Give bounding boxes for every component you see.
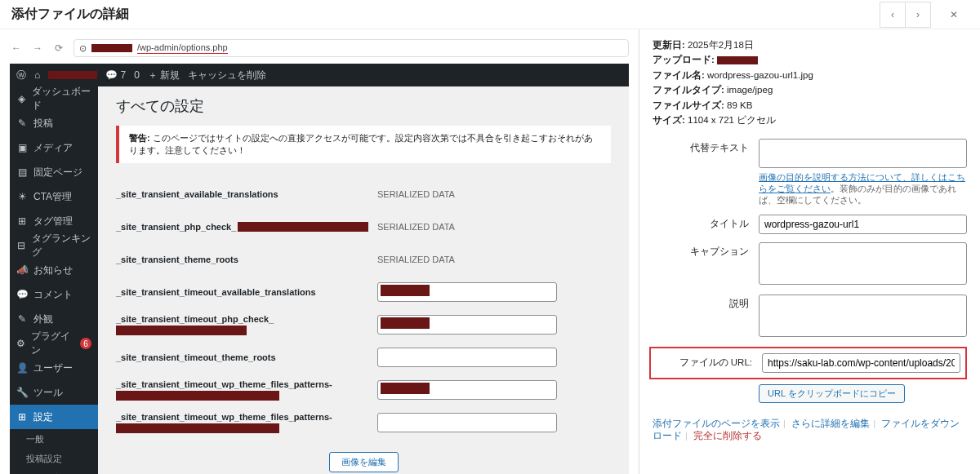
- sidebar-item-comments[interactable]: 💬コメント: [10, 282, 98, 307]
- attachment-actions: 添付ファイルのページを表示| さらに詳細を編集| ファイルをダウンロード| 完全…: [653, 418, 967, 442]
- sidebar-item-dashboard[interactable]: ◈ダッシュボード: [10, 86, 98, 111]
- site-info-icon: ⊙: [79, 43, 87, 54]
- wp-main: すべての設定 警告: このページではサイトの設定への直接アクセスが可能です。設定…: [98, 86, 629, 474]
- prev-button[interactable]: ‹: [880, 2, 906, 28]
- dashboard-icon: ◈: [16, 93, 26, 104]
- file-url-input[interactable]: [762, 353, 960, 373]
- option-row: _site_transient_timeout_php_check_: [116, 308, 611, 341]
- serialized-text: SERIALIZED DATA: [377, 255, 455, 264]
- option-label: _site_transient_timeout_wp_theme_files_p…: [116, 412, 377, 433]
- meta-block: 更新日: 2025年2月18日 アップロード: ファイル名: wordpress…: [653, 38, 967, 127]
- wp-sidebar: ◈ダッシュボード ✎投稿 ▣メディア ▤固定ページ ☀CTA管理 ⊞タグ管理 ⊟…: [10, 86, 98, 474]
- option-row: _site_transient_available_translationsSE…: [116, 178, 611, 210]
- sidebar-item-news[interactable]: 📣お知らせ: [10, 258, 98, 282]
- url-label: ファイルの URL:: [656, 353, 762, 373]
- wrench-icon: 🔧: [16, 387, 28, 398]
- option-label: _site_transient_theme_roots: [116, 255, 377, 264]
- attachment-details: 更新日: 2025年2月18日 アップロード: ファイル名: wordpress…: [639, 29, 980, 474]
- settings-icon: ⊞: [16, 411, 28, 423]
- sidebar-item-cta[interactable]: ☀CTA管理: [10, 184, 98, 209]
- serialized-text: SERIALIZED DATA: [377, 189, 455, 199]
- wp-logo-icon[interactable]: ⓦ: [16, 69, 26, 82]
- pin-icon: ✎: [16, 117, 28, 129]
- desc-label: 説明: [653, 295, 759, 339]
- sidebar-item-appearance[interactable]: ✎外観: [10, 307, 98, 331]
- update-badge: 6: [80, 338, 91, 349]
- media-icon: ▣: [16, 142, 28, 153]
- option-label: _site_transient_timeout_theme_roots: [116, 352, 377, 362]
- option-label: _site_transient_timeout_php_check_: [116, 314, 377, 335]
- serialized-text: SERIALIZED DATA: [377, 222, 455, 232]
- sidebar-item-pages[interactable]: ▤固定ページ: [10, 160, 98, 184]
- back-icon[interactable]: ←: [10, 42, 23, 54]
- rank-icon: ⊟: [16, 240, 26, 251]
- option-label: _site_transient_available_translations: [116, 189, 377, 199]
- comment-icon: 💬: [16, 289, 28, 300]
- redacted-uploader: [717, 56, 758, 64]
- modal-nav: ‹ › ✕: [880, 2, 970, 28]
- delete-link[interactable]: 完全に削除する: [693, 431, 762, 441]
- close-button[interactable]: ✕: [938, 2, 970, 28]
- caption-label: キャプション: [653, 242, 759, 286]
- page-icon: ▤: [16, 166, 28, 178]
- bulb-icon: ☀: [16, 191, 28, 202]
- sidebar-item-media[interactable]: ▣メディア: [10, 135, 98, 160]
- alt-hint: 画像の目的を説明する方法について、詳しくはこちらをご覧ください。装飾のみが目的の…: [759, 172, 967, 206]
- attachment-preview: ← → ⟳ ⊙ /wp-admin/options.php ⓦ ⌂ 💬 7 0 …: [0, 29, 639, 474]
- sidebar-item-tags[interactable]: ⊞タグ管理: [10, 209, 98, 233]
- alt-label: 代替テキスト: [653, 139, 759, 206]
- option-label: _site_transient_timeout_available_transl…: [116, 287, 377, 297]
- caption-textarea[interactable]: [759, 242, 967, 285]
- home-icon[interactable]: ⌂: [34, 69, 40, 81]
- sub-writing[interactable]: 投稿設定: [10, 449, 98, 468]
- tag-icon: ⊞: [16, 215, 28, 227]
- alt-textarea[interactable]: [759, 139, 967, 168]
- sidebar-item-tools[interactable]: 🔧ツール: [10, 380, 98, 405]
- copy-url-button[interactable]: URL をクリップボードにコピー: [759, 384, 905, 403]
- option-label: _site_transient_php_check_: [116, 222, 377, 232]
- sub-reading[interactable]: 表示設定: [10, 468, 98, 474]
- next-button[interactable]: ›: [905, 2, 931, 28]
- wp-admin-bar: ⓦ ⌂ 💬 7 0 ＋ 新規 キャッシュを削除: [10, 64, 629, 86]
- sidebar-item-users[interactable]: 👤ユーザー: [10, 356, 98, 380]
- megaphone-icon: 📣: [16, 264, 28, 276]
- option-input[interactable]: [377, 413, 557, 432]
- url-box[interactable]: ⊙ /wp-admin/options.php: [74, 39, 629, 57]
- edit-more-link[interactable]: さらに詳細を編集: [791, 419, 870, 428]
- view-page-link[interactable]: 添付ファイルのページを表示: [653, 419, 780, 428]
- title-label: タイトル: [653, 215, 759, 234]
- option-row: _site_transient_theme_rootsSERIALIZED DA…: [116, 243, 611, 276]
- redacted-host: [91, 44, 132, 52]
- edit-image-button[interactable]: 画像を編集: [329, 452, 399, 472]
- comments-icon[interactable]: 💬 7: [105, 69, 126, 81]
- option-label: _site_transient_timeout_wp_theme_files_p…: [116, 379, 377, 401]
- reload-icon[interactable]: ⟳: [52, 42, 65, 54]
- title-input[interactable]: [759, 215, 967, 234]
- redacted-site: [48, 71, 97, 79]
- file-url-row: ファイルの URL:: [649, 347, 967, 379]
- option-row: _site_transient_timeout_wp_theme_files_p…: [116, 374, 611, 406]
- plugin-icon: ⚙: [16, 338, 25, 349]
- new-link[interactable]: ＋ 新規: [148, 69, 180, 82]
- desc-textarea[interactable]: [759, 295, 967, 337]
- sub-general[interactable]: 一般: [10, 429, 98, 449]
- url-path: /wp-admin/options.php: [137, 42, 228, 54]
- brush-icon: ✎: [16, 313, 28, 325]
- option-row: _site_transient_php_check_SERIALIZED DAT…: [116, 210, 611, 243]
- browser-toolbar: ← → ⟳ ⊙ /wp-admin/options.php: [0, 36, 639, 60]
- user-icon: 👤: [16, 362, 28, 374]
- modal-title: 添付ファイルの詳細: [11, 6, 129, 23]
- forward-icon[interactable]: →: [31, 42, 44, 54]
- page-title: すべての設定: [116, 96, 611, 116]
- sidebar-item-plugins[interactable]: ⚙プラグイン6: [10, 331, 98, 356]
- option-input[interactable]: [377, 348, 557, 367]
- warning-notice: 警告: このページではサイトの設定への直接アクセスが可能です。設定内容次第では不…: [116, 126, 611, 163]
- sidebar-item-posts[interactable]: ✎投稿: [10, 111, 98, 135]
- cache-link[interactable]: キャッシュを削除: [188, 69, 266, 82]
- sidebar-item-settings[interactable]: ⊞設定: [10, 405, 98, 429]
- option-row: _site_transient_timeout_available_transl…: [116, 276, 611, 308]
- option-row: _site_transient_timeout_theme_roots: [116, 341, 611, 374]
- option-row: _site_transient_timeout_wp_theme_files_p…: [116, 406, 611, 439]
- sidebar-item-tagrank[interactable]: ⊟タグランキング: [10, 233, 98, 258]
